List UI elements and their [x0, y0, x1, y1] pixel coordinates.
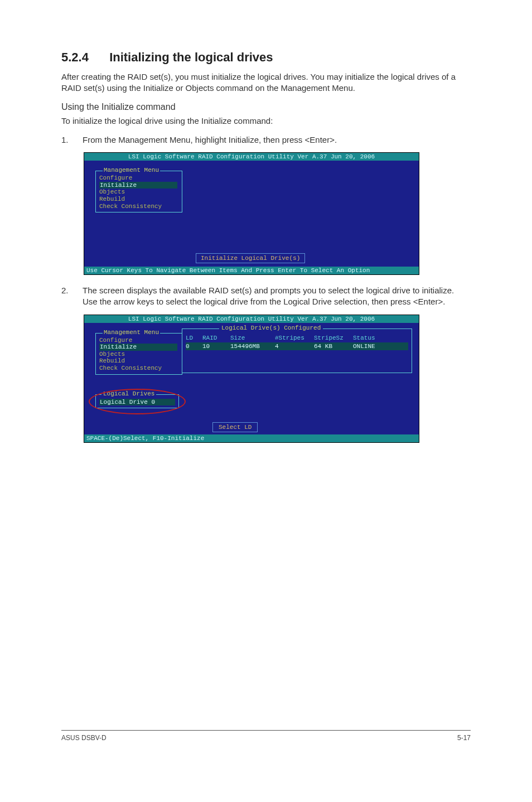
step-number: 2.: [61, 285, 83, 308]
menu-title: Management Menu: [103, 329, 160, 336]
management-menu-box: Management Menu Configure Initialize Obj…: [95, 171, 182, 212]
bios-screenshot-1: LSI Logic Software RAID Configuration Ut…: [84, 152, 419, 275]
sub-intro: To initialize the logical drive using th…: [61, 115, 471, 127]
select-ld-hint: Select LD: [212, 422, 258, 432]
hint-box: Initialize Logical Drive(s): [196, 253, 305, 263]
menu-item-initialize[interactable]: Initialize: [99, 182, 177, 189]
cell-stripes: 4: [275, 343, 314, 350]
menu-item-rebuild[interactable]: Rebuild: [99, 357, 177, 365]
menu-item-rebuild[interactable]: Rebuild: [99, 196, 177, 203]
bios-bottombar: SPACE-(De)Select, F10-Initialize: [84, 434, 419, 442]
step-number: 1.: [61, 134, 83, 146]
col-stripes: #Stripes: [275, 335, 314, 341]
col-stripesz: StripeSz: [314, 335, 353, 341]
menu-title: Management Menu: [103, 167, 160, 173]
step-item: 2. The screen displays the available RAI…: [61, 285, 471, 308]
bios-bottombar: Use Cursor Keys To Navigate Between Item…: [84, 267, 419, 274]
step-text: The screen displays the available RAID s…: [83, 285, 471, 308]
col-status: Status: [353, 335, 386, 341]
logical-drives-table: Logical Drive(s) Configured LD RAID Size…: [182, 328, 412, 373]
bios-titlebar: LSI Logic Software RAID Configuration Ut…: [84, 153, 419, 161]
table-header: LD RAID Size #Stripes StripeSz Status: [186, 335, 408, 341]
menu-item-configure[interactable]: Configure: [99, 175, 177, 182]
subheading: Using the Initialize command: [61, 102, 471, 112]
col-size: Size: [230, 335, 275, 341]
bios-screenshot-2: LSI Logic Software RAID Configuration Ut…: [84, 315, 419, 443]
menu-item-initialize[interactable]: Initialize: [99, 344, 177, 351]
cell-size: 154496MB: [230, 343, 275, 350]
section-heading: 5.2.4 Initializing the logical drives: [61, 50, 471, 65]
footer-left: ASUS DSBV-D: [61, 734, 107, 742]
menu-item-check-consistency[interactable]: Check Consistency: [99, 365, 177, 372]
footer-right: 5-17: [457, 734, 471, 742]
col-raid: RAID: [202, 335, 230, 341]
col-ld: LD: [186, 335, 202, 341]
bios-titlebar: LSI Logic Software RAID Configuration Ut…: [84, 315, 419, 323]
management-menu-box: Management Menu Configure Initialize Obj…: [95, 333, 182, 375]
cell-stripesz: 64 KB: [314, 343, 353, 350]
menu-item-objects[interactable]: Objects: [99, 189, 177, 196]
drive-box-title: Logical Drives: [101, 390, 156, 397]
step-item: 1. From the Management Menu, highlight I…: [61, 134, 471, 146]
logical-drives-box: Logical Drives Logical Drive 0: [95, 394, 179, 408]
menu-item-objects[interactable]: Objects: [99, 351, 177, 358]
logical-drive-item[interactable]: Logical Drive 0: [99, 399, 175, 405]
cell-ld: 0: [186, 343, 202, 350]
table-title: Logical Drive(s) Configured: [219, 325, 323, 331]
menu-item-check-consistency[interactable]: Check Consistency: [99, 203, 177, 210]
menu-item-configure[interactable]: Configure: [99, 337, 177, 344]
table-row[interactable]: 0 10 154496MB 4 64 KB ONLINE: [186, 342, 408, 350]
step-text: From the Management Menu, highlight Init…: [83, 134, 471, 146]
intro-paragraph: After creating the RAID set(s), you must…: [61, 71, 471, 94]
page-footer: ASUS DSBV-D 5-17: [61, 730, 471, 742]
cell-raid: 10: [202, 343, 230, 350]
section-number: 5.2.4: [61, 50, 106, 65]
section-title: Initializing the logical drives: [109, 50, 273, 64]
cell-status: ONLINE: [353, 343, 386, 350]
